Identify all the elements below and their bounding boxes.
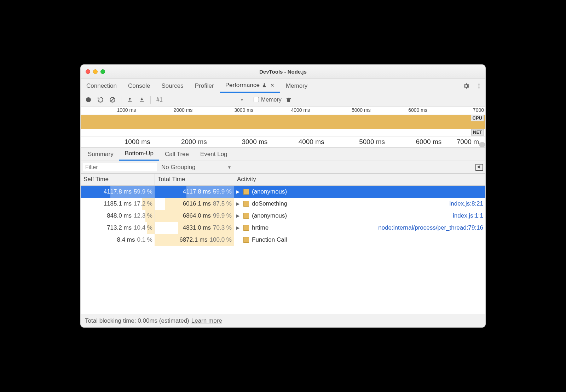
- recording-selector[interactable]: ▼: [154, 97, 246, 103]
- total-time-value: 4117.8 ms: [183, 188, 211, 195]
- cell-total-time: 6864.0 ms99.9 %: [155, 210, 234, 222]
- ruler-tick: 5000 ms: [359, 138, 385, 146]
- svg-rect-6: [128, 101, 132, 102]
- ruler-tick: 4000 ms: [299, 138, 324, 146]
- cell-activity: ▶(anonymous)index.js:1:1: [234, 210, 485, 222]
- overview-timeline-ruler[interactable]: 1000 ms2000 ms3000 ms4000 ms5000 ms6000 …: [81, 106, 485, 115]
- ruler-tick: 1000 ms: [117, 107, 137, 113]
- save-profile-button[interactable]: [137, 95, 147, 105]
- load-profile-button[interactable]: [125, 95, 135, 105]
- source-link[interactable]: index.js:1:1: [453, 212, 483, 219]
- self-time-value: 1185.1 ms: [104, 200, 132, 207]
- bottom-up-table-body: 4117.8 ms59.9 %4117.8 ms59.9 %▶(anonymou…: [81, 186, 485, 314]
- scripting-category-icon: [243, 213, 249, 219]
- cell-total-time: 4117.8 ms59.9 %: [155, 186, 234, 198]
- ruler-tick: 7000: [473, 107, 485, 113]
- ruler-tick: 3000 ms: [234, 107, 255, 113]
- panel-tab-connection[interactable]: Connection: [81, 79, 122, 93]
- cell-self-time: 1185.1 ms17.2 %: [81, 198, 155, 210]
- total-time-value: 6872.1 ms: [179, 236, 207, 243]
- details-tab-event-log[interactable]: Event Log: [195, 148, 233, 161]
- net-overview-track[interactable]: NET: [81, 129, 485, 137]
- cell-self-time: 8.4 ms0.1 %: [81, 234, 155, 246]
- cell-activity: ▶hrtimenode:internal/process/per_thread:…: [234, 222, 485, 234]
- self-time-percent: 0.1 %: [137, 236, 152, 243]
- flamechart-ruler[interactable]: 1000 ms2000 ms3000 ms4000 ms5000 ms6000 …: [81, 137, 485, 148]
- performance-toolbar: ▼ Memory: [81, 93, 485, 106]
- status-footer: Total blocking time: 0.00ms (estimated) …: [81, 314, 485, 327]
- svg-rect-7: [140, 101, 144, 102]
- scripting-category-icon: [243, 237, 249, 243]
- details-tab-bottom-up[interactable]: Bottom-Up: [119, 148, 159, 161]
- cpu-overview-track[interactable]: CPU: [81, 115, 485, 129]
- self-time-value: 4117.8 ms: [104, 188, 132, 195]
- net-track-label: NET: [471, 129, 484, 136]
- panel-tab-memory[interactable]: Memory: [280, 79, 313, 93]
- total-time-value: 6016.1 ms: [183, 200, 211, 207]
- disclosure-triangle-icon[interactable]: ▶: [236, 213, 241, 218]
- cell-self-time: 713.2 ms10.4 %: [81, 222, 155, 234]
- chevron-down-icon: ▼: [240, 97, 244, 102]
- panel-tab-performance[interactable]: Performance✕: [220, 79, 280, 93]
- dock-side-button[interactable]: [475, 164, 483, 171]
- details-tab-call-tree[interactable]: Call Tree: [159, 148, 195, 161]
- panel-tab-console[interactable]: Console: [122, 79, 156, 93]
- details-tab-summary[interactable]: Summary: [82, 148, 119, 161]
- more-menu-button[interactable]: [473, 79, 485, 93]
- column-header-activity[interactable]: Activity: [234, 174, 485, 185]
- cell-self-time: 4117.8 ms59.9 %: [81, 186, 155, 198]
- table-row[interactable]: 1185.1 ms17.2 %6016.1 ms87.5 %▶doSomethi…: [81, 198, 485, 210]
- grouping-selector[interactable]: No Grouping ▼: [161, 164, 231, 171]
- panel-tab-label: Sources: [161, 82, 183, 90]
- panel-tab-sources[interactable]: Sources: [156, 79, 189, 93]
- self-time-value: 848.0 ms: [107, 212, 132, 219]
- column-header-total-time[interactable]: Total Time: [155, 174, 234, 185]
- table-row[interactable]: 8.4 ms0.1 %6872.1 ms100.0 %Function Call: [81, 234, 485, 246]
- recording-selector-input[interactable]: [156, 97, 240, 103]
- cell-self-time: 848.0 ms12.3 %: [81, 210, 155, 222]
- disclosure-triangle-icon[interactable]: ▶: [236, 225, 241, 230]
- panel-tab-label: Console: [128, 82, 150, 90]
- total-time-value: 4831.0 ms: [183, 224, 211, 231]
- table-row[interactable]: 713.2 ms10.4 %4831.0 ms70.3 %▶hrtimenode…: [81, 222, 485, 234]
- panel-tab-profiler[interactable]: Profiler: [189, 79, 220, 93]
- svg-point-3: [86, 97, 91, 102]
- cell-activity: Function Call: [234, 234, 485, 246]
- memory-checkbox-label: Memory: [261, 97, 282, 103]
- scripting-category-icon: [243, 189, 249, 195]
- cell-total-time: 6872.1 ms100.0 %: [155, 234, 234, 246]
- filter-input[interactable]: [83, 163, 157, 172]
- ruler-tick: 5000 ms: [352, 107, 372, 113]
- svg-rect-8: [287, 98, 291, 99]
- activity-name: hrtime: [252, 224, 268, 231]
- reload-button[interactable]: [96, 95, 105, 105]
- disclosure-triangle-icon[interactable]: ▶: [236, 189, 241, 194]
- collect-garbage-button[interactable]: [284, 95, 294, 105]
- svg-line-5: [111, 98, 115, 102]
- ruler-tick: 6000 ms: [416, 138, 441, 146]
- source-link[interactable]: index.js:8:21: [450, 200, 483, 207]
- table-row[interactable]: 848.0 ms12.3 %6864.0 ms99.9 %▶(anonymous…: [81, 210, 485, 222]
- svg-point-2: [479, 87, 480, 88]
- source-link[interactable]: node:internal/process/per_thread:79:16: [378, 224, 483, 231]
- self-time-value: 8.4 ms: [117, 236, 135, 243]
- details-tabs: SummaryBottom-UpCall TreeEvent Log: [81, 148, 485, 161]
- disclosure-triangle-icon[interactable]: ▶: [236, 201, 241, 206]
- memory-checkbox-input[interactable]: [254, 97, 259, 102]
- total-time-percent: 100.0 %: [210, 236, 232, 243]
- learn-more-link[interactable]: Learn more: [191, 317, 222, 324]
- close-tab-icon[interactable]: ✕: [270, 82, 275, 88]
- memory-checkbox[interactable]: Memory: [254, 97, 282, 103]
- table-row[interactable]: 4117.8 ms59.9 %4117.8 ms59.9 %▶(anonymou…: [81, 186, 485, 198]
- svg-point-0: [479, 83, 480, 85]
- clear-button[interactable]: [108, 95, 117, 105]
- column-header-self-time[interactable]: Self Time: [81, 174, 155, 185]
- activity-name: (anonymous): [252, 212, 287, 219]
- activity-name: doSomething: [252, 200, 287, 207]
- activity-name: Function Call: [252, 236, 287, 243]
- ruler-tick: 6000 ms: [408, 107, 429, 113]
- record-button[interactable]: [83, 95, 93, 105]
- cell-activity: ▶(anonymous): [234, 186, 485, 198]
- ruler-tick: 2000 ms: [174, 107, 194, 113]
- settings-button[interactable]: [460, 79, 473, 93]
